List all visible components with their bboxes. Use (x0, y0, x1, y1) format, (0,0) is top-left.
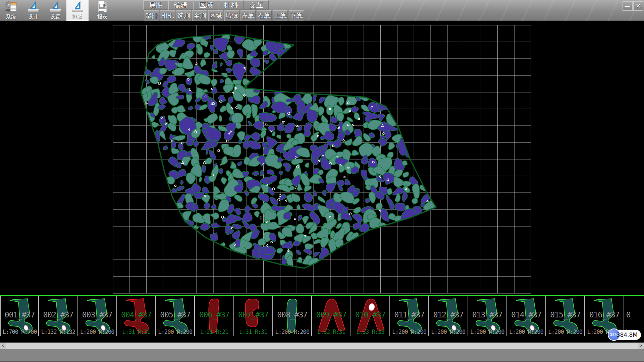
nesting-canvas[interactable] (0, 21, 644, 296)
scroll-right-button[interactable]: › (638, 343, 644, 349)
piece-thumbnail-strip: 001_#37L:700 R:700002_#37L:132 R:132003_… (0, 295, 644, 336)
horizontal-scrollbar[interactable]: ‹ › (0, 343, 644, 349)
action-button-7[interactable]: 左靠 (240, 10, 256, 21)
menu-tab-5[interactable]: 交互 (244, 0, 269, 10)
thumbnail-cell-005_#37[interactable]: 005_#37L:200 R:200 (156, 296, 195, 336)
action-button-8[interactable]: 右靠 (257, 10, 272, 21)
toolbar-button-label: 报表 (97, 13, 107, 20)
thumbnail-cell-012_#37[interactable]: 012_#37L:200 R:200 (429, 296, 468, 336)
thumbnail-cell-014_#37[interactable]: 014_#37L:200 R:200 (507, 296, 546, 336)
thumbnail-cell-010_#37[interactable]: 010_#37L:33 R:33 (351, 296, 390, 336)
menu-tab-4[interactable]: 排料 (219, 0, 244, 10)
thumbnail-cell-006_#37[interactable]: 006_#37L:21 R:21 (195, 296, 234, 336)
action-button-2[interactable]: 相机 (160, 10, 175, 21)
thumbnail-cell-007_#37[interactable]: 007_#37L:31 R:31 (234, 296, 273, 336)
thumbnail-cell-011_#37[interactable]: 011_#37L:200 R:200 (390, 296, 429, 336)
set-square-icon (49, 0, 61, 13)
thumbnail-cell-004_#37[interactable]: 004_#37L:31 R:31 (117, 296, 156, 336)
thumbnail-cell-003_#37[interactable]: 003_#37L:200 R:200 (78, 296, 117, 336)
set-square-icon (27, 0, 39, 13)
action-button-bar: 聚排相机选割全割区域瑕疵左靠右靠上靠下靠 (144, 10, 305, 21)
menu-tab-3[interactable]: 区域 (194, 0, 218, 10)
thumbnail-cell-009_#37[interactable]: 009_#37L:32 R:31 (312, 296, 351, 336)
action-button-10[interactable]: 下靠 (289, 10, 304, 21)
toolbar-button-label: 设置 (50, 13, 60, 20)
close-icon: ✕ (636, 3, 641, 9)
action-button-1[interactable]: 聚排 (144, 10, 159, 21)
toolbar-button-design[interactable]: 设计 (22, 0, 44, 21)
close-button[interactable]: ✕ (633, 1, 643, 11)
piece-name: 0 (624, 310, 633, 319)
action-button-9[interactable]: 上靠 (273, 10, 288, 21)
progress-indicator: 38% 384.8M (608, 330, 641, 340)
thumbnail-cell-013_#37[interactable]: 013_#37L:200 R:200 (468, 296, 507, 336)
report-icon (96, 0, 108, 13)
thumbnail-cell-008_#37[interactable]: 008_#37L:200 R:200 (273, 296, 312, 336)
toolbar-button-report[interactable]: 报表 (91, 0, 113, 21)
toolbar-button-label: 排版 (72, 13, 83, 20)
toolbar-button-label: 设计 (28, 13, 38, 20)
toolbar-button-label: 系统 (6, 13, 16, 20)
menu-tab-2[interactable]: 编辑 (168, 0, 193, 10)
scroll-left-button[interactable]: ‹ (0, 343, 6, 349)
gear-notebook-icon (5, 0, 17, 13)
memory-usage: 384.8M (616, 331, 638, 338)
toolbar-button-system[interactable]: 系统 (0, 0, 22, 21)
action-button-3[interactable]: 选割 (176, 10, 191, 21)
minimize-icon: — (625, 3, 631, 9)
toolbar-button-settings[interactable]: 设置 (44, 0, 66, 21)
thumbnail-cell-015_#37[interactable]: 015_#37L:200 R:200 (546, 296, 585, 336)
thumbnail-cell-002_#37[interactable]: 002_#37L:132 R:132 (39, 296, 78, 336)
status-bar (0, 349, 644, 361)
menu-tab-bar: 属性编辑区域排料交互 (143, 0, 269, 10)
toolbar-button-nesting[interactable]: 排版 (66, 0, 89, 21)
action-button-4[interactable]: 全割 (192, 10, 207, 21)
minimize-button[interactable]: — (623, 1, 633, 11)
set-square-icon (71, 0, 84, 13)
application-window: 系统设计设置排版报表 属性编辑区域排料交互 聚排相机选割全割区域瑕疵左靠右靠上靠… (0, 0, 644, 362)
canvas-svg (0, 21, 644, 296)
toolbar: 系统设计设置排版报表 属性编辑区域排料交互 聚排相机选割全割区域瑕疵左靠右靠上靠… (0, 0, 644, 21)
action-button-5[interactable]: 区域 (208, 10, 223, 21)
action-button-6[interactable]: 瑕疵 (224, 10, 239, 21)
toolbar-decoration (275, 0, 644, 21)
thumbnail-cell-001_#37[interactable]: 001_#37L:700 R:700 (0, 296, 39, 336)
menu-tab-1[interactable]: 属性 (143, 0, 168, 10)
